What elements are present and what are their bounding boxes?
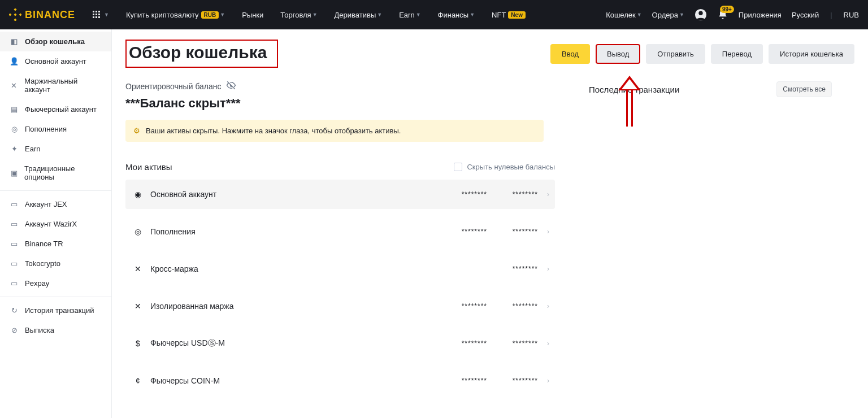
margin-icon: ✕ bbox=[9, 81, 19, 90]
funding-icon: ◎ bbox=[131, 225, 145, 238]
asset-value: ******** bbox=[487, 190, 538, 198]
sidebar-item-label: Основной аккаунт bbox=[25, 57, 86, 66]
page-title: Обзор кошелька bbox=[129, 43, 267, 62]
nav-currency[interactable]: RUB bbox=[844, 0, 859, 29]
sidebar-item-pexpay[interactable]: ▭Pexpay bbox=[0, 273, 111, 293]
funding-icon: ◎ bbox=[9, 125, 19, 133]
sidebar: ◧Обзор кошелька 👤Основной аккаунт ✕Маржи… bbox=[0, 29, 112, 418]
annotation-arrow bbox=[618, 76, 641, 127]
card-icon: ▭ bbox=[9, 200, 19, 208]
hidden-balance-text: ***Баланс скрыт*** bbox=[125, 96, 555, 111]
nav-finance[interactable]: Финансы▼ bbox=[431, 0, 483, 29]
balance-label: Ориентировочный баланс bbox=[125, 82, 222, 91]
sidebar-item-futures[interactable]: ▤Фьючерсный аккаунт bbox=[0, 99, 111, 119]
sidebar-item-label: Обзор кошелька bbox=[25, 37, 85, 46]
nav-language[interactable]: Русский bbox=[792, 0, 819, 29]
notifications-icon[interactable]: 99+ bbox=[717, 9, 728, 20]
card-icon: ▭ bbox=[9, 240, 19, 248]
toggle-balance-visibility[interactable] bbox=[226, 80, 236, 93]
sidebar-item-wallet-overview[interactable]: ◧Обзор кошелька bbox=[0, 32, 111, 51]
caret-down-icon: ▼ bbox=[377, 12, 382, 18]
wallet-history-button[interactable]: История кошелька bbox=[769, 44, 854, 64]
hide-zero-label: Скрыть нулевые балансы bbox=[467, 163, 555, 171]
asset-value: ******** bbox=[487, 228, 538, 236]
caret-down-icon: ▼ bbox=[220, 12, 225, 18]
chevron-right-icon: › bbox=[538, 190, 549, 198]
my-assets-title: Мои активы bbox=[125, 162, 172, 172]
top-header: BINANCE ▼ Купить криптовалюту RUB ▼ Рынк… bbox=[0, 0, 868, 29]
sidebar-item-earn[interactable]: ✦Earn bbox=[0, 139, 111, 159]
sidebar-item-wazirx[interactable]: ▭Аккаунт WazirX bbox=[0, 214, 111, 234]
divider bbox=[0, 190, 111, 191]
eye-off-icon bbox=[226, 80, 236, 90]
chevron-right-icon: › bbox=[538, 377, 549, 385]
svg-rect-4 bbox=[14, 13, 16, 16]
asset-value: ******** bbox=[436, 228, 487, 236]
nav-trade[interactable]: Торговля▼ bbox=[273, 0, 324, 29]
alert-text: Ваши активы скрыты. Нажмите на значок гл… bbox=[146, 127, 401, 135]
user-icon[interactable] bbox=[695, 8, 707, 21]
sidebar-item-tx-history[interactable]: ↻История транзакций bbox=[0, 301, 111, 320]
nav-orders[interactable]: Ордера▼ bbox=[652, 0, 684, 29]
futures-icon: ¢ bbox=[131, 374, 145, 387]
nav-apps[interactable]: Приложения bbox=[739, 0, 782, 29]
nav-buy-crypto[interactable]: Купить криптовалюту RUB ▼ bbox=[119, 0, 232, 29]
nav-nft[interactable]: NFTNew bbox=[484, 0, 533, 29]
nav-label: Кошелек bbox=[606, 11, 636, 19]
nav-derivatives[interactable]: Деривативы▼ bbox=[327, 0, 390, 29]
caret-down-icon: ▼ bbox=[313, 12, 318, 18]
caret-down-icon: ▼ bbox=[104, 12, 109, 18]
grid-icon bbox=[93, 11, 101, 19]
hidden-assets-alert: ⚙ Ваши активы скрыты. Нажмите на значок … bbox=[125, 120, 544, 142]
hide-zero-checkbox[interactable]: Скрыть нулевые балансы bbox=[454, 163, 555, 171]
asset-row-usdm-futures[interactable]: $ Фьючерсы USDⓈ-M ******** ******** › bbox=[125, 329, 555, 358]
nav-wallet[interactable]: Кошелек▼ bbox=[606, 0, 641, 29]
asset-name: Основной аккаунт bbox=[150, 190, 436, 199]
rub-pill: RUB bbox=[201, 11, 219, 19]
caret-down-icon: ▼ bbox=[470, 12, 475, 18]
asset-row-funding[interactable]: ◎ Пополнения ******** ******** › bbox=[125, 217, 555, 246]
main-content: Обзор кошелька Ввод Вывод Отправить Пере… bbox=[112, 29, 868, 418]
send-button[interactable]: Отправить bbox=[646, 44, 705, 64]
sidebar-item-label: Маржинальный аккаунт bbox=[24, 77, 102, 94]
sidebar-item-tokocrypto[interactable]: ▭Tokocrypto bbox=[0, 254, 111, 273]
svg-rect-8 bbox=[93, 14, 94, 15]
sidebar-item-funding[interactable]: ◎Пополнения bbox=[0, 119, 111, 139]
nav-label: Торговля bbox=[280, 11, 311, 19]
sidebar-item-binance-tr[interactable]: ▭Binance TR bbox=[0, 234, 111, 254]
sidebar-item-spot[interactable]: 👤Основной аккаунт bbox=[0, 51, 111, 71]
nav-label: Earn bbox=[399, 11, 414, 19]
nav-markets[interactable]: Рынки bbox=[235, 0, 271, 29]
nav-earn[interactable]: Earn▼ bbox=[392, 0, 428, 29]
deposit-button[interactable]: Ввод bbox=[550, 44, 590, 64]
futures-icon: $ bbox=[131, 337, 145, 350]
nav-label: Купить криптовалюту bbox=[126, 11, 199, 19]
svg-rect-13 bbox=[98, 16, 100, 18]
asset-row-iso-margin[interactable]: ✕ Изолированная маржа ******** ******** … bbox=[125, 291, 555, 321]
asset-value: ******** bbox=[487, 302, 538, 310]
see-all-button[interactable]: Смотреть все bbox=[776, 81, 832, 97]
sidebar-item-label: Pexpay bbox=[25, 279, 49, 288]
sidebar-item-statement[interactable]: ⊘Выписка bbox=[0, 320, 111, 340]
asset-row-spot[interactable]: ◉ Основной аккаунт ******** ******** › bbox=[125, 180, 555, 209]
sidebar-item-label: Binance TR bbox=[25, 240, 63, 248]
svg-rect-11 bbox=[93, 16, 94, 18]
sidebar-item-options[interactable]: ▣Традиционные опционы bbox=[0, 159, 111, 187]
asset-row-cross-margin[interactable]: ✕ Кросс-маржа ******** › bbox=[125, 254, 555, 284]
nav-label: Деривативы bbox=[335, 11, 376, 19]
earn-icon: ✦ bbox=[9, 145, 19, 153]
spot-icon: ◉ bbox=[131, 188, 145, 201]
card-icon: ▭ bbox=[9, 279, 19, 288]
apps-grid-button[interactable]: ▼ bbox=[85, 0, 116, 29]
transfer-button[interactable]: Перевод bbox=[711, 44, 763, 64]
nav-label: NFT bbox=[492, 11, 506, 19]
svg-rect-3 bbox=[19, 13, 21, 16]
asset-name: Фьючерсы COIN-M bbox=[150, 376, 436, 385]
brand-logo[interactable]: BINANCE bbox=[9, 8, 75, 21]
asset-row-coinm-futures[interactable]: ¢ Фьючерсы COIN-M ******** ******** › bbox=[125, 366, 555, 395]
sidebar-item-jex[interactable]: ▭Аккаунт JEX bbox=[0, 194, 111, 214]
sidebar-item-margin[interactable]: ✕Маржинальный аккаунт bbox=[0, 71, 111, 99]
card-icon: ▭ bbox=[9, 259, 19, 268]
withdraw-button[interactable]: Вывод bbox=[596, 44, 640, 64]
asset-value: ******** bbox=[487, 377, 538, 385]
